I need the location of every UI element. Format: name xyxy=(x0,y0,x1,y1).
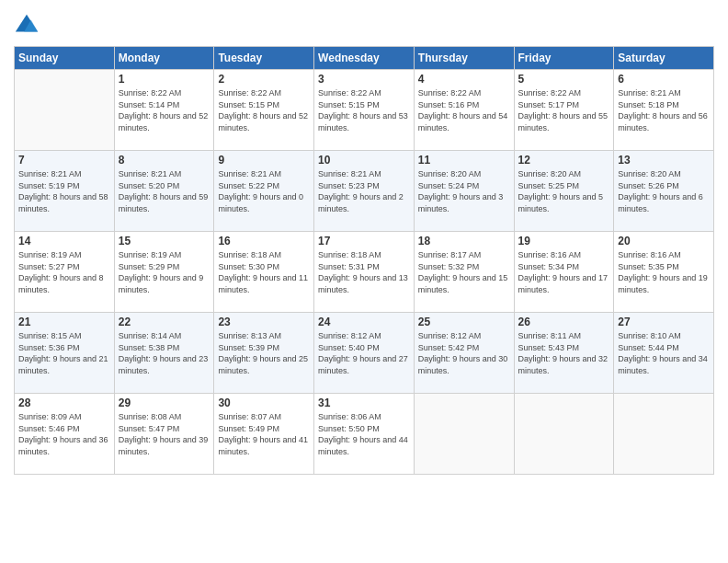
day-info: Sunrise: 8:14 AMSunset: 5:38 PMDaylight:… xyxy=(119,330,210,376)
day-info: Sunrise: 8:21 AMSunset: 5:18 PMDaylight:… xyxy=(618,87,710,133)
calendar-cell: 21Sunrise: 8:15 AMSunset: 5:36 PMDayligh… xyxy=(15,313,115,394)
calendar-cell: 27Sunrise: 8:10 AMSunset: 5:44 PMDayligh… xyxy=(614,313,714,394)
day-info: Sunrise: 8:19 AMSunset: 5:27 PMDaylight:… xyxy=(18,249,110,295)
calendar-cell: 19Sunrise: 8:16 AMSunset: 5:34 PMDayligh… xyxy=(514,232,614,313)
calendar-cell: 4Sunrise: 8:22 AMSunset: 5:16 PMDaylight… xyxy=(414,70,514,151)
day-number: 8 xyxy=(119,154,210,167)
day-info: Sunrise: 8:20 AMSunset: 5:26 PMDaylight:… xyxy=(618,168,710,214)
weekday-header-row: SundayMondayTuesdayWednesdayThursdayFrid… xyxy=(15,47,714,70)
calendar-cell: 12Sunrise: 8:20 AMSunset: 5:25 PMDayligh… xyxy=(514,151,614,232)
calendar-week-row: 7Sunrise: 8:21 AMSunset: 5:19 PMDaylight… xyxy=(15,151,714,232)
calendar-cell: 2Sunrise: 8:22 AMSunset: 5:15 PMDaylight… xyxy=(214,70,314,151)
calendar-table: SundayMondayTuesdayWednesdayThursdayFrid… xyxy=(14,46,714,475)
day-number: 24 xyxy=(318,316,410,328)
day-number: 30 xyxy=(218,396,310,409)
calendar-week-row: 21Sunrise: 8:15 AMSunset: 5:36 PMDayligh… xyxy=(15,313,714,394)
day-info: Sunrise: 8:16 AMSunset: 5:35 PMDaylight:… xyxy=(618,249,710,295)
day-number: 11 xyxy=(418,154,510,167)
calendar-cell: 23Sunrise: 8:13 AMSunset: 5:39 PMDayligh… xyxy=(214,313,314,394)
day-number: 12 xyxy=(518,154,610,167)
day-info: Sunrise: 8:11 AMSunset: 5:43 PMDaylight:… xyxy=(518,330,610,376)
day-info: Sunrise: 8:15 AMSunset: 5:36 PMDaylight:… xyxy=(18,330,110,376)
calendar-cell: 7Sunrise: 8:21 AMSunset: 5:19 PMDaylight… xyxy=(15,151,115,232)
weekday-header-thursday: Thursday xyxy=(414,47,514,70)
calendar-week-row: 14Sunrise: 8:19 AMSunset: 5:27 PMDayligh… xyxy=(15,232,714,313)
day-number: 17 xyxy=(318,235,410,247)
page: SundayMondayTuesdayWednesdayThursdayFrid… xyxy=(0,0,728,563)
day-number: 2 xyxy=(218,73,310,86)
day-number: 18 xyxy=(418,235,510,247)
day-info: Sunrise: 8:10 AMSunset: 5:44 PMDaylight:… xyxy=(618,330,710,376)
calendar-cell: 16Sunrise: 8:18 AMSunset: 5:30 PMDayligh… xyxy=(214,232,314,313)
day-number: 16 xyxy=(218,235,310,247)
day-number: 19 xyxy=(518,235,610,247)
day-info: Sunrise: 8:21 AMSunset: 5:20 PMDaylight:… xyxy=(119,168,210,214)
day-info: Sunrise: 8:22 AMSunset: 5:15 PMDaylight:… xyxy=(318,87,410,133)
calendar-cell xyxy=(514,394,614,475)
day-number: 29 xyxy=(119,396,210,409)
calendar-cell: 20Sunrise: 8:16 AMSunset: 5:35 PMDayligh… xyxy=(614,232,714,313)
weekday-header-friday: Friday xyxy=(514,47,614,70)
calendar-cell xyxy=(614,394,714,475)
calendar-cell: 26Sunrise: 8:11 AMSunset: 5:43 PMDayligh… xyxy=(514,313,614,394)
day-number: 31 xyxy=(318,396,410,409)
day-info: Sunrise: 8:12 AMSunset: 5:40 PMDaylight:… xyxy=(318,330,410,376)
day-info: Sunrise: 8:21 AMSunset: 5:19 PMDaylight:… xyxy=(18,168,110,214)
calendar-cell: 1Sunrise: 8:22 AMSunset: 5:14 PMDaylight… xyxy=(114,70,214,151)
day-number: 26 xyxy=(518,316,610,328)
day-number: 13 xyxy=(618,154,710,167)
calendar-cell: 29Sunrise: 8:08 AMSunset: 5:47 PMDayligh… xyxy=(114,394,214,475)
day-info: Sunrise: 8:19 AMSunset: 5:29 PMDaylight:… xyxy=(119,249,210,295)
day-number: 25 xyxy=(418,316,510,328)
day-number: 4 xyxy=(418,73,510,86)
calendar-cell: 13Sunrise: 8:20 AMSunset: 5:26 PMDayligh… xyxy=(614,151,714,232)
day-number: 7 xyxy=(18,154,110,167)
calendar-cell: 3Sunrise: 8:22 AMSunset: 5:15 PMDaylight… xyxy=(314,70,415,151)
calendar-cell: 6Sunrise: 8:21 AMSunset: 5:18 PMDaylight… xyxy=(614,70,714,151)
day-info: Sunrise: 8:21 AMSunset: 5:22 PMDaylight:… xyxy=(218,168,310,214)
weekday-header-monday: Monday xyxy=(114,47,214,70)
calendar-cell: 28Sunrise: 8:09 AMSunset: 5:46 PMDayligh… xyxy=(15,394,115,475)
day-number: 10 xyxy=(318,154,410,167)
calendar-cell: 18Sunrise: 8:17 AMSunset: 5:32 PMDayligh… xyxy=(414,232,514,313)
logo-icon xyxy=(14,13,40,39)
calendar-cell: 17Sunrise: 8:18 AMSunset: 5:31 PMDayligh… xyxy=(314,232,415,313)
day-number: 20 xyxy=(618,235,710,247)
day-info: Sunrise: 8:18 AMSunset: 5:30 PMDaylight:… xyxy=(218,249,310,295)
day-info: Sunrise: 8:06 AMSunset: 5:50 PMDaylight:… xyxy=(318,411,410,457)
day-info: Sunrise: 8:22 AMSunset: 5:17 PMDaylight:… xyxy=(518,87,610,133)
weekday-header-sunday: Sunday xyxy=(15,47,115,70)
day-info: Sunrise: 8:07 AMSunset: 5:49 PMDaylight:… xyxy=(218,411,310,457)
calendar-cell: 22Sunrise: 8:14 AMSunset: 5:38 PMDayligh… xyxy=(114,313,214,394)
day-info: Sunrise: 8:13 AMSunset: 5:39 PMDaylight:… xyxy=(218,330,310,376)
day-info: Sunrise: 8:09 AMSunset: 5:46 PMDaylight:… xyxy=(18,411,110,457)
day-info: Sunrise: 8:22 AMSunset: 5:15 PMDaylight:… xyxy=(218,87,310,133)
day-info: Sunrise: 8:22 AMSunset: 5:14 PMDaylight:… xyxy=(119,87,210,133)
calendar-cell: 5Sunrise: 8:22 AMSunset: 5:17 PMDaylight… xyxy=(514,70,614,151)
calendar-cell xyxy=(414,394,514,475)
day-number: 6 xyxy=(618,73,710,86)
calendar-cell: 24Sunrise: 8:12 AMSunset: 5:40 PMDayligh… xyxy=(314,313,415,394)
day-number: 23 xyxy=(218,316,310,328)
calendar-week-row: 1Sunrise: 8:22 AMSunset: 5:14 PMDaylight… xyxy=(15,70,714,151)
day-number: 5 xyxy=(518,73,610,86)
day-info: Sunrise: 8:08 AMSunset: 5:47 PMDaylight:… xyxy=(119,411,210,457)
day-info: Sunrise: 8:20 AMSunset: 5:25 PMDaylight:… xyxy=(518,168,610,214)
calendar-cell: 31Sunrise: 8:06 AMSunset: 5:50 PMDayligh… xyxy=(314,394,415,475)
header xyxy=(14,9,714,39)
day-info: Sunrise: 8:16 AMSunset: 5:34 PMDaylight:… xyxy=(518,249,610,295)
day-info: Sunrise: 8:20 AMSunset: 5:24 PMDaylight:… xyxy=(418,168,510,214)
calendar-cell: 14Sunrise: 8:19 AMSunset: 5:27 PMDayligh… xyxy=(15,232,115,313)
calendar-cell: 25Sunrise: 8:12 AMSunset: 5:42 PMDayligh… xyxy=(414,313,514,394)
day-number: 1 xyxy=(119,73,210,86)
calendar-cell: 10Sunrise: 8:21 AMSunset: 5:23 PMDayligh… xyxy=(314,151,415,232)
day-info: Sunrise: 8:12 AMSunset: 5:42 PMDaylight:… xyxy=(418,330,510,376)
day-info: Sunrise: 8:18 AMSunset: 5:31 PMDaylight:… xyxy=(318,249,410,295)
calendar-cell: 30Sunrise: 8:07 AMSunset: 5:49 PMDayligh… xyxy=(214,394,314,475)
calendar-week-row: 28Sunrise: 8:09 AMSunset: 5:46 PMDayligh… xyxy=(15,394,714,475)
calendar-cell: 9Sunrise: 8:21 AMSunset: 5:22 PMDaylight… xyxy=(214,151,314,232)
calendar-cell: 8Sunrise: 8:21 AMSunset: 5:20 PMDaylight… xyxy=(114,151,214,232)
day-number: 3 xyxy=(318,73,410,86)
day-info: Sunrise: 8:17 AMSunset: 5:32 PMDaylight:… xyxy=(418,249,510,295)
calendar-cell xyxy=(15,70,115,151)
